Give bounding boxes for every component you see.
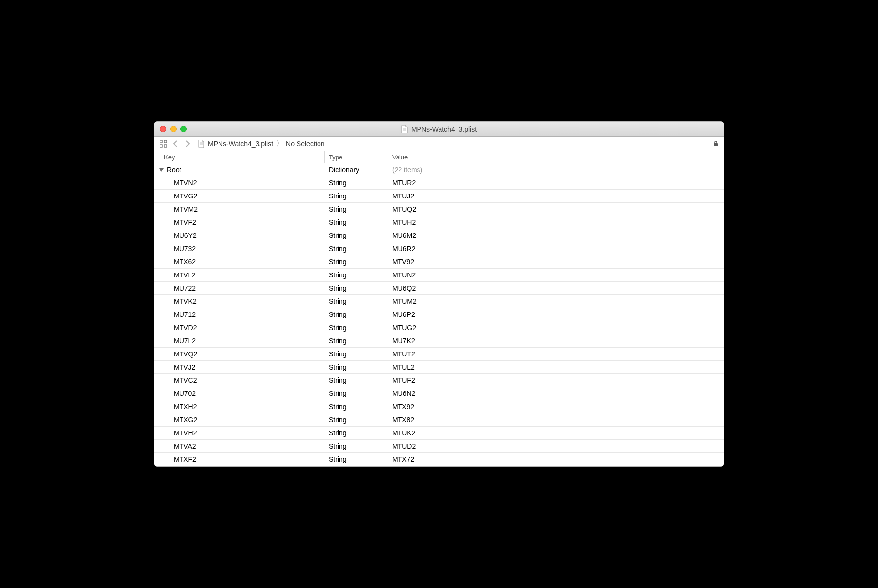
- table-row[interactable]: MU702StringMU6N2: [154, 387, 724, 400]
- lock-icon[interactable]: [712, 140, 719, 147]
- disclosure-triangle-icon[interactable]: [159, 168, 164, 172]
- table-row[interactable]: MTVD2StringMTUG2: [154, 321, 724, 334]
- cell-type: String: [325, 390, 388, 397]
- cell-value: MTUD2: [388, 442, 724, 450]
- svg-rect-6: [164, 145, 167, 147]
- cell-type: String: [325, 455, 388, 463]
- cell-value: MU6Q2: [388, 284, 724, 292]
- window-title-text: MPNs-Watch4_3.plist: [411, 125, 477, 133]
- cell-type: String: [325, 271, 388, 279]
- titlebar: MPNs-Watch4_3.plist: [154, 122, 724, 137]
- table-row[interactable]: MU6Y2StringMU6M2: [154, 229, 724, 242]
- cell-value: MU6P2: [388, 311, 724, 318]
- cell-type: String: [325, 245, 388, 253]
- minimize-button[interactable]: [170, 126, 177, 132]
- cell-key: MTVA2: [154, 442, 325, 450]
- table-row[interactable]: MTVA2StringMTUD2: [154, 440, 724, 453]
- cell-key: MU722: [154, 284, 325, 292]
- cell-key: MU6Y2: [154, 232, 325, 239]
- root-row[interactable]: Root Dictionary (22 items): [154, 163, 724, 176]
- cell-value: MU6N2: [388, 390, 724, 397]
- cell-key: MTVQ2: [154, 350, 325, 358]
- table-body: Root Dictionary (22 items) MTVN2StringMT…: [154, 163, 724, 466]
- table-row[interactable]: MU732StringMU6R2: [154, 242, 724, 255]
- table-row[interactable]: MTVL2StringMTUN2: [154, 269, 724, 282]
- cell-key: MU7L2: [154, 337, 325, 345]
- column-key-header[interactable]: Key: [154, 151, 325, 163]
- table-row[interactable]: MTVJ2StringMTUL2: [154, 361, 724, 374]
- cell-type: String: [325, 363, 388, 371]
- table-row[interactable]: MTVF2StringMTUH2: [154, 216, 724, 229]
- back-button[interactable]: [172, 140, 180, 148]
- breadcrumb-selection: No Selection: [286, 140, 324, 148]
- window-controls: [154, 126, 187, 132]
- cell-type: String: [325, 297, 388, 305]
- cell-value: MTUF2: [388, 376, 724, 384]
- cell-key: MTVM2: [154, 205, 325, 213]
- toolbar: MPNs-Watch4_3.plist 〉 No Selection: [154, 137, 724, 151]
- svg-rect-5: [160, 145, 162, 147]
- table-row[interactable]: MTX62StringMTV92: [154, 255, 724, 269]
- table-row[interactable]: MU712StringMU6P2: [154, 308, 724, 321]
- column-value-header[interactable]: Value: [388, 151, 724, 163]
- table-row[interactable]: MTVQ2StringMTUT2: [154, 348, 724, 361]
- cell-type: String: [325, 192, 388, 200]
- table-row[interactable]: MTXH2StringMTX92: [154, 400, 724, 413]
- table-row[interactable]: MTVN2StringMTUR2: [154, 176, 724, 190]
- cell-value: MTUQ2: [388, 205, 724, 213]
- cell-key: MTXH2: [154, 403, 325, 411]
- cell-value: MTUR2: [388, 179, 724, 187]
- table-row[interactable]: MU7L2StringMU7K2: [154, 334, 724, 348]
- cell-type: String: [325, 179, 388, 187]
- table-row[interactable]: MTVM2StringMTUQ2: [154, 203, 724, 216]
- cell-value: MTUJ2: [388, 192, 724, 200]
- maximize-button[interactable]: [180, 126, 187, 132]
- table-row[interactable]: MTXG2StringMTX82: [154, 413, 724, 427]
- cell-value: MTUK2: [388, 429, 724, 437]
- forward-button[interactable]: [183, 140, 191, 148]
- document-icon: [401, 125, 408, 133]
- root-key: Root: [167, 166, 181, 174]
- cell-type: String: [325, 205, 388, 213]
- cell-key: MTXG2: [154, 416, 325, 424]
- table-row[interactable]: MTVK2StringMTUM2: [154, 295, 724, 308]
- svg-rect-4: [164, 140, 167, 143]
- cell-type: String: [325, 442, 388, 450]
- svg-rect-10: [714, 143, 718, 146]
- cell-value: MTX82: [388, 416, 724, 424]
- cell-value: MTUH2: [388, 218, 724, 226]
- cell-type: String: [325, 232, 388, 239]
- cell-type: String: [325, 284, 388, 292]
- column-type-header[interactable]: Type: [325, 151, 388, 163]
- cell-value: MU6R2: [388, 245, 724, 253]
- document-icon: [198, 140, 205, 148]
- cell-value: MTUT2: [388, 350, 724, 358]
- table-row[interactable]: MTXF2StringMTX72: [154, 453, 724, 466]
- svg-rect-3: [160, 140, 162, 143]
- cell-key: MTVC2: [154, 376, 325, 384]
- cell-value: MTUM2: [388, 297, 724, 305]
- table-row[interactable]: MTVH2StringMTUK2: [154, 427, 724, 440]
- table-row[interactable]: MTVC2StringMTUF2: [154, 374, 724, 387]
- table-row[interactable]: MU722StringMU6Q2: [154, 282, 724, 295]
- cell-type: String: [325, 337, 388, 345]
- table-row[interactable]: MTVG2StringMTUJ2: [154, 190, 724, 203]
- cell-type: String: [325, 403, 388, 411]
- breadcrumb-file[interactable]: MPNs-Watch4_3.plist: [208, 140, 273, 148]
- cell-type: String: [325, 350, 388, 358]
- cell-value: MTX92: [388, 403, 724, 411]
- cell-key: MTVD2: [154, 324, 325, 332]
- cell-type: String: [325, 416, 388, 424]
- cell-value: MU6M2: [388, 232, 724, 239]
- cell-key: MTX62: [154, 258, 325, 266]
- cell-type: String: [325, 218, 388, 226]
- plist-editor-window: MPNs-Watch4_3.plist MPNs-Watch4_3.plist …: [154, 121, 724, 467]
- cell-value: MTUN2: [388, 271, 724, 279]
- close-button[interactable]: [160, 126, 166, 132]
- cell-type: String: [325, 429, 388, 437]
- related-items-icon[interactable]: [159, 139, 168, 148]
- breadcrumb: MPNs-Watch4_3.plist 〉 No Selection: [198, 139, 324, 148]
- cell-value: MTUL2: [388, 363, 724, 371]
- cell-value: MTX72: [388, 455, 724, 463]
- chevron-right-icon: 〉: [276, 139, 283, 148]
